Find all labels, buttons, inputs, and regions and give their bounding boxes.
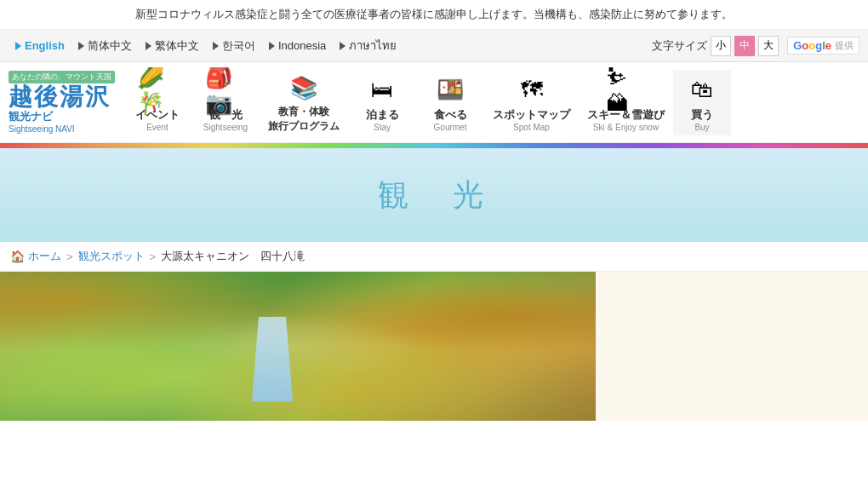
- nav-label-education-ja: 教育・体験 旅行プログラム: [268, 105, 340, 134]
- nav-label-sightseeing-ja: 観 光: [209, 107, 243, 123]
- sightseeing-icon: 🎒📷: [205, 73, 246, 107]
- event-icon: 🌽🎋: [137, 73, 178, 107]
- logo-en: Sightseeing NAVI: [9, 124, 115, 134]
- lang-label-zhcn: 简体中文: [88, 38, 132, 54]
- font-size-small-button[interactable]: 小: [711, 36, 731, 56]
- lang-arrow-zhcn: [78, 42, 84, 50]
- breadcrumb: 🏠 ホーム > 観光スポット > 大源太キャニオン 四十八滝: [0, 242, 868, 272]
- font-size-control: 文字サイズ 小 中 大: [652, 36, 779, 56]
- lang-traditional-chinese[interactable]: 繁体中文: [139, 38, 206, 54]
- logo-tagline: あなたの隣の、マウント天国: [9, 71, 115, 83]
- hero-title: 観 光: [378, 175, 490, 216]
- nav-label-stay-ja: 泊まる: [366, 107, 399, 123]
- lang-arrow-ko: [213, 42, 219, 50]
- font-size-large-button[interactable]: 大: [758, 36, 779, 56]
- lang-arrow-zhtw: [146, 42, 151, 50]
- nav-item-sightseeing[interactable]: 🎒📷 観 光 Sightseeing: [191, 70, 260, 135]
- lang-label-th: ภาษาไทย: [349, 37, 397, 55]
- nav-label-spotmap-ja: スポットマップ: [493, 107, 570, 123]
- breadcrumb-sep-2: >: [150, 250, 157, 263]
- lang-arrow-th: [340, 42, 345, 50]
- home-icon: 🏠: [10, 250, 25, 263]
- lang-korean[interactable]: 한국어: [206, 38, 262, 54]
- nav-item-ski[interactable]: ⛷🏔 スキー＆雪遊び Ski & Enjoy snow: [579, 70, 673, 135]
- main-content: [0, 272, 868, 421]
- main-image: [0, 272, 596, 421]
- site-logo[interactable]: あなたの隣の、マウント天国 越後湯沢 観光ナビ Sightseeing NAVI: [9, 71, 115, 134]
- stay-icon: 🛏: [362, 73, 403, 107]
- breadcrumb-sep-1: >: [66, 250, 73, 263]
- nav-label-gourmet-en: Gourmet: [434, 123, 467, 132]
- breadcrumb-current: 大源太キャニオン 四十八滝: [161, 249, 305, 264]
- breadcrumb-home[interactable]: ホーム: [28, 249, 61, 264]
- nav-item-stay[interactable]: 🛏 泊まる Stay: [348, 70, 416, 135]
- logo-sub: 観光ナビ: [9, 109, 115, 124]
- nav-item-buy[interactable]: 🛍 買う Buy: [673, 70, 731, 135]
- nav-item-gourmet[interactable]: 🍱 食べる Gourmet: [416, 70, 484, 135]
- logo-main: 越後湯沢: [9, 85, 115, 109]
- announcement-bar: 新型コロナウィルス感染症と闘う全ての医療従事者の皆様に感謝申し上げます。当機構も…: [0, 0, 868, 30]
- nav-label-stay-en: Stay: [374, 123, 391, 132]
- font-size-label: 文字サイズ: [652, 38, 707, 54]
- lang-simplified-chinese[interactable]: 简体中文: [71, 38, 139, 54]
- nav-label-sightseeing-en: Sightseeing: [203, 123, 248, 132]
- google-logo: Google: [793, 39, 831, 52]
- nav-icons: 🌽🎋 イベント Event 🎒📷 観 光 Sightseeing 📚 教育・体験…: [123, 67, 859, 137]
- lang-label-en: English: [25, 39, 65, 52]
- nav-label-spotmap-en: Spot Map: [513, 123, 550, 132]
- lang-label-zhtw: 繁体中文: [155, 38, 199, 54]
- lang-thai[interactable]: ภาษาไทย: [333, 37, 403, 55]
- sidebar-area: [596, 272, 868, 421]
- language-bar: English 简体中文 繁体中文 한국어 Indonesia ภาษาไทย …: [0, 30, 868, 62]
- breadcrumb-sightseeing-spot[interactable]: 観光スポット: [78, 249, 145, 264]
- google-label: 提供: [835, 39, 854, 52]
- hero-section: 観 光: [0, 148, 868, 242]
- nav-label-ski-en: Ski & Enjoy snow: [593, 123, 659, 132]
- nav-item-spotmap[interactable]: 🗺 スポットマップ Spot Map: [484, 70, 579, 135]
- nav-item-education[interactable]: 📚 教育・体験 旅行プログラム: [260, 67, 348, 137]
- ski-icon: ⛷🏔: [606, 73, 647, 107]
- nav-label-event-ja: イベント: [135, 107, 180, 123]
- nav-label-event-en: Event: [146, 123, 168, 132]
- nav-label-buy-en: Buy: [694, 123, 709, 132]
- tree-overlay: [0, 272, 596, 421]
- nav-label-ski-ja: スキー＆雪遊び: [587, 107, 665, 123]
- lang-arrow-en: [15, 42, 21, 50]
- lang-label-id: Indonesia: [278, 39, 326, 52]
- education-icon: 📚: [283, 71, 324, 105]
- lang-label-ko: 한국어: [222, 38, 255, 54]
- nav-item-event[interactable]: 🌽🎋 イベント Event: [123, 70, 191, 135]
- nav-label-gourmet-ja: 食べる: [434, 107, 467, 123]
- gourmet-icon: 🍱: [430, 73, 471, 107]
- nav-label-buy-ja: 買う: [691, 107, 713, 123]
- google-search-bar[interactable]: Google 提供: [787, 37, 859, 55]
- font-size-medium-button[interactable]: 中: [734, 36, 755, 56]
- site-header: あなたの隣の、マウント天国 越後湯沢 観光ナビ Sightseeing NAVI…: [0, 62, 868, 143]
- lang-indonesian[interactable]: Indonesia: [262, 39, 333, 52]
- lang-english[interactable]: English: [9, 39, 71, 52]
- announcement-text: 新型コロナウィルス感染症と闘う全ての医療従事者の皆様に感謝申し上げます。当機構も…: [135, 8, 733, 20]
- buy-icon: 🛍: [682, 73, 722, 107]
- spotmap-icon: 🗺: [511, 73, 552, 107]
- lang-arrow-id: [269, 42, 275, 50]
